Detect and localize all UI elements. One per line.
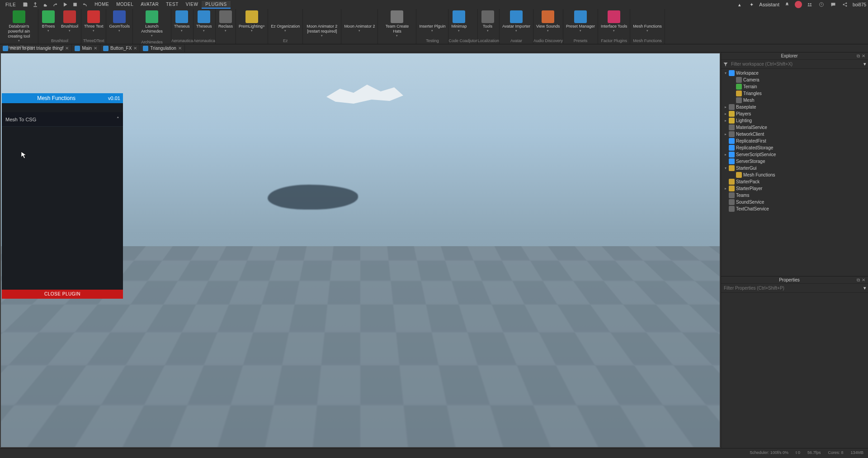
tree-row[interactable]: Mesh: [721, 97, 868, 104]
tree-row[interactable]: ▾Workspace: [721, 70, 868, 76]
menu-file[interactable]: FILE: [2, 1, 19, 8]
avatar[interactable]: [795, 1, 802, 8]
ribbon-button[interactable]: Reclass▾: [216, 9, 236, 42]
tree-arrow-icon[interactable]: ▾: [724, 166, 727, 170]
tree-row[interactable]: Teams: [721, 192, 868, 199]
ribbon-button[interactable]: Brushtool▾: [58, 9, 81, 38]
doc-tab[interactable]: Triangulation✕: [140, 44, 184, 52]
close-tab-icon[interactable]: ✕: [133, 46, 137, 51]
assistant-label[interactable]: Assistant: [759, 2, 779, 7]
popout-icon[interactable]: ⧉: [856, 277, 861, 283]
tree-row[interactable]: MaterialService: [721, 124, 868, 131]
menu-tab-view[interactable]: VIEW: [182, 1, 202, 9]
ribbon-button[interactable]: Theseus▾: [193, 9, 215, 38]
menu-tab-plugins[interactable]: PLUGINS: [202, 1, 230, 9]
menu-tab-avatar[interactable]: AVATAR: [137, 1, 162, 9]
close-icon[interactable]: ✕: [861, 53, 866, 58]
ribbon-button[interactable]: Mesh Functions▾: [630, 9, 665, 38]
tree-row[interactable]: ▸StarterPlayer: [721, 185, 868, 192]
tree-row[interactable]: Triangles: [721, 90, 868, 97]
redo-icon[interactable]: [51, 0, 59, 9]
tree-row[interactable]: ▸Players: [721, 110, 868, 117]
tree-arrow-icon[interactable]: ▸: [724, 105, 727, 109]
tree-row[interactable]: ReplicatedFirst: [721, 138, 868, 144]
share-icon[interactable]: [841, 0, 849, 9]
status-mem: 134MB: [850, 450, 863, 455]
bell-icon[interactable]: [783, 0, 791, 9]
close-tab-icon[interactable]: ✕: [65, 46, 69, 51]
ribbon-button[interactable]: BTrees▾: [38, 9, 58, 38]
tree-row[interactable]: Terrain: [721, 83, 868, 90]
ribbon-button[interactable]: Inserter Plguin▾: [416, 9, 448, 38]
doc-tab[interactable]: Button_FX✕: [100, 44, 140, 52]
plugin-section-mesh-to-csg[interactable]: Mesh To CSG ˄: [2, 112, 123, 127]
chevron-down-icon[interactable]: ▾: [863, 285, 866, 291]
popout-icon[interactable]: ⧉: [856, 53, 861, 59]
menu-tab-home[interactable]: HOME: [91, 1, 113, 9]
publish-icon[interactable]: [31, 0, 39, 9]
ribbon-group-label: Aeronautica: [193, 38, 215, 44]
explorer-filter-input[interactable]: [730, 61, 862, 67]
viewport-3d[interactable]: Mesh Functions v0.01 Mesh To CSG ˄ CLOSE…: [1, 53, 720, 447]
doc-tab[interactable]: Main✕: [72, 44, 100, 52]
doc-tab[interactable]: mesh to part triangle thingf✕: [0, 44, 72, 52]
tree-row[interactable]: ▸ServerScriptService: [721, 151, 868, 158]
ribbon-button[interactable]: Avatar Importer▾: [500, 9, 533, 38]
close-tab-icon[interactable]: ✕: [94, 46, 97, 51]
ribbon-button[interactable]: PremLighting+▾: [236, 9, 268, 42]
save-icon[interactable]: [21, 0, 29, 9]
tree-arrow-icon[interactable]: ▸: [724, 132, 727, 136]
groups-icon[interactable]: [806, 0, 814, 9]
ribbon-button[interactable]: View Sounds▾: [533, 9, 562, 38]
tree-row[interactable]: ReplicatedStorage: [721, 144, 868, 151]
tree-arrow-icon[interactable]: ▾: [724, 71, 727, 75]
close-icon[interactable]: ✕: [861, 277, 866, 282]
tree-row[interactable]: Camera: [721, 76, 868, 83]
help-icon[interactable]: ?: [817, 0, 826, 9]
tree-row[interactable]: Mesh Functions: [721, 172, 868, 178]
stop-icon[interactable]: [71, 0, 79, 9]
properties-filter-input[interactable]: [723, 285, 862, 291]
caret-down-icon: ▾: [547, 29, 549, 33]
sparkle-icon[interactable]: ✦: [747, 0, 755, 9]
tree-row[interactable]: ▸Lighting: [721, 117, 868, 124]
ribbon-button[interactable]: Launch Archimedes▾: [133, 9, 171, 39]
tree-row[interactable]: StarterPack: [721, 178, 868, 185]
plugin-icon: [113, 10, 126, 23]
ribbon-button[interactable]: Theseus▾: [171, 9, 193, 38]
ribbon-button[interactable]: Interface Tools▾: [598, 9, 630, 38]
close-tab-icon[interactable]: ✕: [178, 46, 182, 51]
tree-arrow-icon[interactable]: ▸: [724, 153, 727, 157]
funnel-icon[interactable]: [723, 62, 728, 67]
chat-icon[interactable]: [829, 0, 837, 9]
tree-row[interactable]: SoundService: [721, 199, 868, 205]
menu-tab-model[interactable]: MODEL: [113, 1, 137, 9]
ribbon-button[interactable]: Preset Manager▾: [563, 9, 598, 38]
play-icon[interactable]: [61, 0, 69, 9]
tree-arrow-icon[interactable]: ▸: [724, 112, 727, 116]
tree-arrow-icon[interactable]: ▸: [724, 119, 727, 123]
ribbon-button[interactable]: Tools▾: [478, 9, 498, 38]
chevron-down-icon[interactable]: ▾: [863, 61, 866, 67]
close-plugin-button[interactable]: CLOSE PLUGIN: [2, 290, 123, 299]
collapse-icon[interactable]: ▴: [736, 0, 744, 9]
ribbon-button[interactable]: Ez Organization▾: [268, 9, 302, 38]
ribbon-button[interactable]: GeomTools▾: [106, 9, 132, 42]
cloud-icon[interactable]: [41, 0, 49, 9]
tree-row[interactable]: TextChatService: [721, 205, 868, 212]
tree-row[interactable]: ▸Baseplate: [721, 104, 868, 110]
undo-icon[interactable]: [81, 0, 89, 9]
ribbon-button[interactable]: Minimap▾: [448, 9, 469, 38]
ribbon-button[interactable]: Team Create Hats▾: [378, 9, 416, 42]
ribbon-button[interactable]: Moon Animator 2 [restart required]▾: [303, 9, 341, 42]
ribbon-button[interactable]: Moon Animator 2▾: [341, 9, 377, 42]
tree-arrow-icon[interactable]: ▸: [724, 186, 727, 191]
tree-row[interactable]: ▸NetworkClient: [721, 131, 868, 138]
username[interactable]: boi875: [853, 2, 866, 7]
menu-tab-test[interactable]: TEST: [162, 1, 182, 9]
tree-row[interactable]: ▾StarterGui: [721, 165, 868, 172]
tree-row[interactable]: ServerStorage: [721, 158, 868, 165]
ribbon-button[interactable]: Databrain's powerful ain creating tool▾: [0, 9, 38, 44]
tree-node-label: ReplicatedFirst: [736, 138, 766, 143]
ribbon-button[interactable]: Three Text▾: [81, 9, 106, 38]
